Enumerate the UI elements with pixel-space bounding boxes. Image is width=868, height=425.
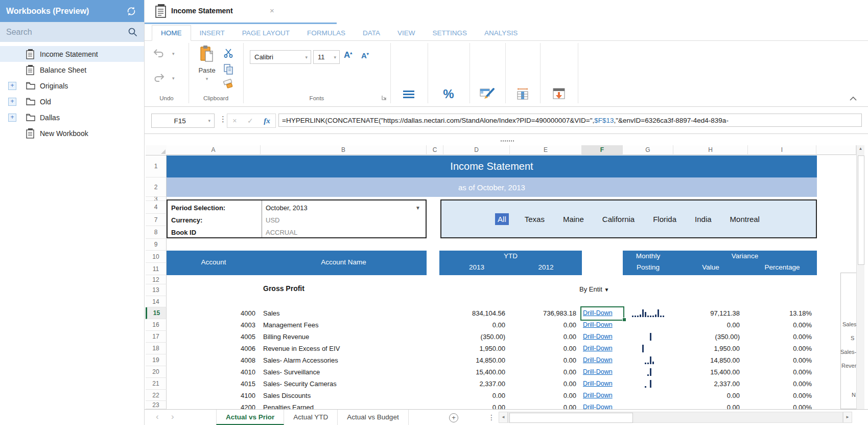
row-header-11[interactable]: 11 bbox=[146, 263, 167, 275]
row-header-12[interactable]: 12 bbox=[146, 275, 167, 284]
drill-down-link[interactable]: Drill-Down bbox=[583, 354, 613, 366]
variance-value-cell[interactable]: 0.00 bbox=[673, 401, 740, 409]
search-icon[interactable] bbox=[128, 27, 138, 37]
account-cell[interactable]: 4003 bbox=[167, 319, 255, 331]
ytd-2012-cell[interactable]: 0.00 bbox=[510, 378, 576, 390]
name-box[interactable]: F15 ▾ bbox=[151, 114, 215, 128]
account-cell[interactable]: 4000 bbox=[167, 307, 255, 319]
sidebar-item-old[interactable]: + Old bbox=[0, 94, 144, 109]
account-name-cell[interactable]: Penalties Earned bbox=[263, 401, 314, 409]
scroll-right-icon[interactable]: ► bbox=[843, 412, 852, 423]
column-header-d[interactable]: D bbox=[443, 145, 510, 155]
sheet-nav-right-icon[interactable]: › bbox=[171, 412, 174, 422]
select-all-corner[interactable] bbox=[146, 145, 167, 155]
variance-value-cell[interactable]: 1,950.00 bbox=[673, 343, 740, 354]
document-tab-title[interactable]: Income Statement bbox=[171, 7, 233, 15]
row-header-2[interactable]: 2 bbox=[146, 177, 167, 197]
expand-icon[interactable]: + bbox=[8, 114, 16, 122]
drill-down-link[interactable]: Drill-Down bbox=[583, 401, 613, 409]
sheet-tab-actual-vs-budget[interactable]: Actual vs Budget bbox=[338, 410, 408, 425]
ribbon-tab-data[interactable]: DATA bbox=[354, 26, 389, 40]
region-filter-option-maine[interactable]: Maine bbox=[560, 213, 587, 225]
scroll-up-icon[interactable]: ▲ bbox=[857, 146, 864, 151]
drill-down-link[interactable]: Drill-Down bbox=[583, 378, 613, 390]
variance-pct-cell[interactable]: 0.00% bbox=[748, 378, 812, 390]
account-name-cell[interactable]: Sales- Surveillance bbox=[263, 366, 320, 378]
undo-dropdown-icon[interactable]: ▾ bbox=[172, 51, 175, 56]
ytd-2012-cell[interactable]: 0.00 bbox=[510, 319, 576, 331]
drill-down-link[interactable]: Drill-Down bbox=[583, 331, 613, 343]
sidebar-item-income-statement[interactable]: + Income Statement bbox=[0, 46, 144, 62]
close-icon[interactable]: × bbox=[270, 6, 274, 15]
variance-value-cell[interactable]: 97,121.38 bbox=[673, 307, 740, 319]
search-input[interactable]: Search bbox=[0, 22, 144, 42]
account-cell[interactable]: 4200 bbox=[167, 401, 255, 409]
confirm-entry-icon[interactable]: ✓ bbox=[247, 117, 253, 125]
drill-down-link[interactable]: Drill-Down bbox=[583, 366, 613, 378]
ytd-2012-cell[interactable]: 0.00 bbox=[510, 331, 576, 343]
paste-button[interactable]: Paste ▾ bbox=[195, 45, 219, 81]
insert-function-icon[interactable]: fx bbox=[264, 117, 270, 125]
sheet-menu-icon[interactable]: ⋮ bbox=[488, 413, 495, 421]
account-cell[interactable]: 4015 bbox=[167, 378, 255, 390]
entity-filter-dropdown[interactable]: By Entit ▼ bbox=[579, 285, 609, 293]
ribbon-tab-analysis[interactable]: ANALYSIS bbox=[476, 26, 526, 40]
variance-value-cell[interactable]: 0.00 bbox=[673, 390, 740, 401]
ytd-2013-cell[interactable]: 834,104.56 bbox=[443, 307, 505, 319]
account-name-cell[interactable]: Sales- Security Cameras bbox=[263, 378, 337, 390]
account-cell[interactable]: 4100 bbox=[167, 390, 255, 401]
variance-pct-cell[interactable]: 0.00% bbox=[748, 354, 812, 366]
account-cell[interactable]: 4010 bbox=[167, 366, 255, 378]
sheet-tab-actual-vs-prior[interactable]: Actual vs Prior bbox=[216, 410, 284, 425]
variance-pct-cell[interactable]: 0.00% bbox=[748, 343, 812, 354]
cut-icon[interactable] bbox=[223, 48, 233, 58]
horizontal-scrollbar-thumb[interactable] bbox=[509, 413, 633, 423]
row-header-1[interactable]: 1 bbox=[146, 155, 167, 177]
undo-button[interactable] bbox=[153, 48, 165, 58]
row-header-9[interactable]: 9 bbox=[146, 239, 167, 251]
sheet-tab-actual-ytd[interactable]: Actual YTD bbox=[284, 410, 338, 425]
variance-value-cell[interactable]: 0.00 bbox=[673, 319, 740, 331]
account-name-cell[interactable]: Sales bbox=[263, 307, 280, 319]
name-box-dropdown-icon[interactable]: ▾ bbox=[208, 118, 214, 123]
row-header-14[interactable]: 14 bbox=[146, 296, 167, 307]
region-filter-option-all[interactable]: All bbox=[495, 213, 509, 225]
account-cell[interactable]: 4005 bbox=[167, 331, 255, 343]
variance-value-cell[interactable]: 2,337.00 bbox=[673, 378, 740, 390]
sidebar-item-new-workbook[interactable]: + New Workbook bbox=[0, 125, 144, 141]
ytd-2013-cell[interactable]: 0.00 bbox=[443, 390, 505, 401]
ytd-2012-cell[interactable]: 0.00 bbox=[510, 390, 576, 401]
variance-pct-cell[interactable]: 0.00% bbox=[748, 331, 812, 343]
column-header-a[interactable]: A bbox=[167, 145, 261, 155]
ytd-2013-cell[interactable]: 0.00 bbox=[443, 401, 505, 409]
expand-icon[interactable]: + bbox=[8, 98, 16, 106]
drill-down-link[interactable]: Drill-Down bbox=[583, 319, 613, 331]
row-header-4[interactable]: 4 bbox=[146, 201, 167, 214]
region-filter-option-india[interactable]: India bbox=[692, 213, 714, 225]
shrink-font-button[interactable]: A▾ bbox=[361, 51, 369, 60]
row-header-13[interactable]: 13 bbox=[146, 284, 167, 296]
variance-pct-cell[interactable]: 13.18% bbox=[748, 307, 812, 319]
account-cell[interactable]: 4008 bbox=[167, 354, 255, 366]
paste-dropdown-icon[interactable]: ▾ bbox=[195, 76, 219, 81]
variance-value-cell[interactable]: 15,400.00 bbox=[673, 366, 740, 378]
sidebar-item-originals[interactable]: + Originals bbox=[0, 78, 144, 94]
drill-down-link[interactable]: Drill-Down bbox=[583, 390, 613, 401]
formula-input[interactable]: =HYPERLINK(CONCATENATE("https://dallas.n… bbox=[278, 114, 862, 127]
collapse-ribbon-icon[interactable] bbox=[850, 96, 857, 101]
ribbon-tab-home[interactable]: HOME bbox=[152, 25, 191, 41]
font-size-select[interactable]: 11 ▾ bbox=[313, 50, 340, 64]
vertical-scrollbar-thumb[interactable] bbox=[858, 155, 864, 265]
account-name-cell[interactable]: Management Fees bbox=[263, 319, 318, 331]
region-filter-option-montreal[interactable]: Montreal bbox=[728, 213, 762, 225]
variance-value-cell[interactable]: (350.00) bbox=[673, 331, 740, 343]
redo-dropdown-icon[interactable]: ▾ bbox=[172, 76, 175, 81]
drill-down-link[interactable]: Drill-Down bbox=[583, 307, 613, 319]
add-sheet-button[interactable]: + bbox=[449, 413, 458, 422]
sidebar-item-balance-sheet[interactable]: + Balance Sheet bbox=[0, 62, 144, 78]
account-cell[interactable]: 4006 bbox=[167, 343, 255, 354]
formula-bar-menu-icon[interactable]: ⋮ bbox=[219, 115, 227, 124]
ribbon-tab-insert[interactable]: INSERT bbox=[191, 26, 233, 40]
sidebar-item-dallas[interactable]: + Dallas bbox=[0, 109, 144, 125]
info-value[interactable]: October, 2013 bbox=[266, 202, 308, 214]
